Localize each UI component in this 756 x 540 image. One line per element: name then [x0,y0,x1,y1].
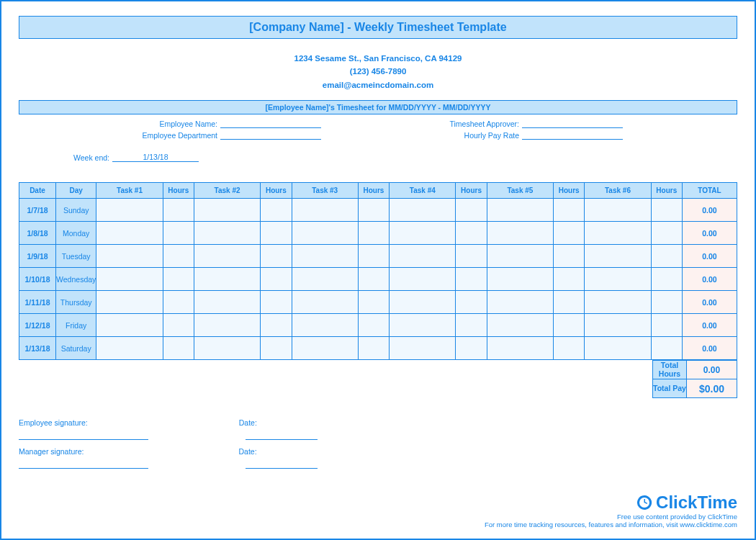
hours-cell[interactable] [553,268,584,291]
task-cell[interactable] [194,245,260,268]
hours-cell[interactable] [456,222,487,245]
hours-cell[interactable] [261,245,292,268]
task-cell[interactable] [194,337,260,360]
hours-cell[interactable] [163,199,194,222]
task-cell[interactable] [390,222,456,245]
hours-cell[interactable] [456,268,487,291]
task-cell[interactable] [194,268,260,291]
rate-input[interactable] [522,130,623,140]
task-cell[interactable] [292,314,358,337]
hours-cell[interactable] [651,245,682,268]
hours-cell[interactable] [456,245,487,268]
employee-name-input[interactable] [220,119,321,128]
emp-sig-line[interactable] [19,430,148,440]
task-cell[interactable] [292,245,358,268]
hours-cell[interactable] [651,199,682,222]
hours-cell[interactable] [553,291,584,314]
hours-cell[interactable] [358,199,389,222]
task-cell[interactable] [390,291,456,314]
hours-cell[interactable] [358,245,389,268]
hours-cell[interactable] [163,222,194,245]
task-cell[interactable] [96,291,163,314]
task-cell[interactable] [96,314,163,337]
hours-cell[interactable] [358,222,389,245]
th-task4: Task #4 [390,183,456,199]
employee-name-label: Employee Name: [19,120,220,128]
th-date: Date [19,183,56,199]
hours-cell[interactable] [261,291,292,314]
task-cell[interactable] [390,268,456,291]
hours-cell[interactable] [651,291,682,314]
th-task3: Task #3 [292,183,358,199]
hours-cell[interactable] [358,337,389,360]
hours-cell[interactable] [553,314,584,337]
hours-cell[interactable] [163,314,194,337]
mgr-sig-label: Manager signature: [19,447,84,456]
hours-cell[interactable] [651,268,682,291]
task-cell[interactable] [585,199,651,222]
hours-cell[interactable] [261,268,292,291]
task-cell[interactable] [487,199,553,222]
approver-input[interactable] [522,119,623,128]
hours-cell[interactable] [651,222,682,245]
task-cell[interactable] [487,314,553,337]
mgr-date-line[interactable] [246,459,318,469]
task-cell[interactable] [585,291,651,314]
hours-cell[interactable] [553,337,584,360]
task-cell[interactable] [96,222,163,245]
task-cell[interactable] [585,314,651,337]
task-cell[interactable] [96,268,163,291]
task-cell[interactable] [390,337,456,360]
hours-cell[interactable] [553,199,584,222]
emp-date-line[interactable] [246,430,318,440]
hours-cell[interactable] [261,337,292,360]
employee-dept-label: Employee Department [19,131,220,140]
task-cell[interactable] [487,245,553,268]
task-cell[interactable] [487,222,553,245]
hours-cell[interactable] [163,268,194,291]
weekend-input[interactable]: 1/13/18 [112,153,199,162]
task-cell[interactable] [292,222,358,245]
hours-cell[interactable] [163,291,194,314]
task-cell[interactable] [292,291,358,314]
task-cell[interactable] [585,337,651,360]
task-cell[interactable] [96,337,163,360]
task-cell[interactable] [487,337,553,360]
task-cell[interactable] [390,245,456,268]
task-cell[interactable] [292,268,358,291]
hours-cell[interactable] [163,337,194,360]
hours-cell[interactable] [651,337,682,360]
task-cell[interactable] [585,245,651,268]
hours-cell[interactable] [261,199,292,222]
task-cell[interactable] [390,199,456,222]
hours-cell[interactable] [553,245,584,268]
employee-dept-input[interactable] [220,130,321,140]
task-cell[interactable] [292,337,358,360]
hours-cell[interactable] [261,222,292,245]
task-cell[interactable] [96,199,163,222]
hours-cell[interactable] [456,314,487,337]
hours-cell[interactable] [651,314,682,337]
task-cell[interactable] [194,222,260,245]
hours-cell[interactable] [553,222,584,245]
task-cell[interactable] [585,222,651,245]
task-cell[interactable] [390,314,456,337]
task-cell[interactable] [487,268,553,291]
hours-cell[interactable] [456,291,487,314]
task-cell[interactable] [96,245,163,268]
task-cell[interactable] [194,291,260,314]
task-cell[interactable] [292,199,358,222]
hours-cell[interactable] [456,337,487,360]
task-cell[interactable] [194,199,260,222]
hours-cell[interactable] [358,268,389,291]
timesheet-page: [Company Name] - Weekly Timesheet Templa… [0,0,756,540]
hours-cell[interactable] [261,314,292,337]
hours-cell[interactable] [456,199,487,222]
task-cell[interactable] [585,268,651,291]
hours-cell[interactable] [163,245,194,268]
task-cell[interactable] [487,291,553,314]
hours-cell[interactable] [358,314,389,337]
hours-cell[interactable] [358,291,389,314]
task-cell[interactable] [194,314,260,337]
mgr-sig-line[interactable] [19,459,148,469]
